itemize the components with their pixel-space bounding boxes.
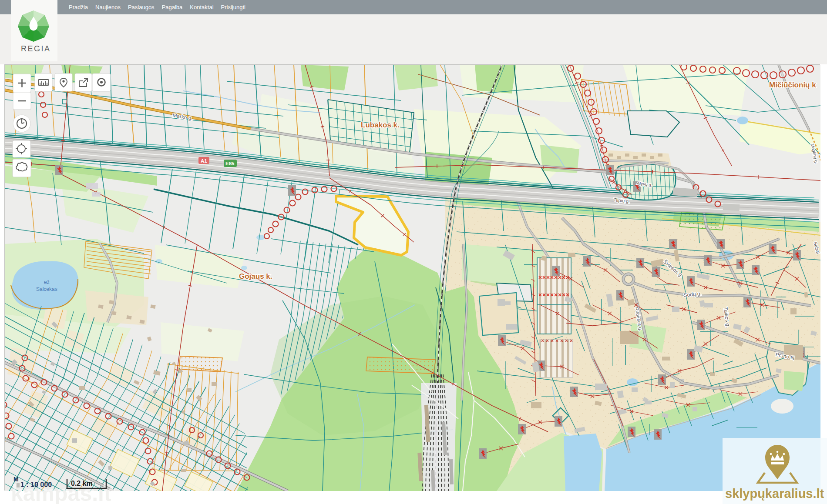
svg-text:Mičiūčionių k: Mičiūčionių k (769, 81, 816, 89)
svg-text:Lubakos k.: Lubakos k. (361, 121, 400, 129)
svg-text:A1: A1 (201, 158, 207, 164)
svg-text:ež: ež (44, 279, 50, 285)
svg-text:E85: E85 (225, 161, 235, 166)
svg-text:Gojaus k.: Gojaus k. (239, 272, 272, 280)
svg-text:0.2 km: 0.2 km (71, 480, 93, 487)
svg-text:M: M (13, 476, 19, 483)
svg-text:1 : 10 000: 1 : 10 000 (20, 481, 52, 488)
svg-text:Salcekas: Salcekas (36, 286, 57, 292)
